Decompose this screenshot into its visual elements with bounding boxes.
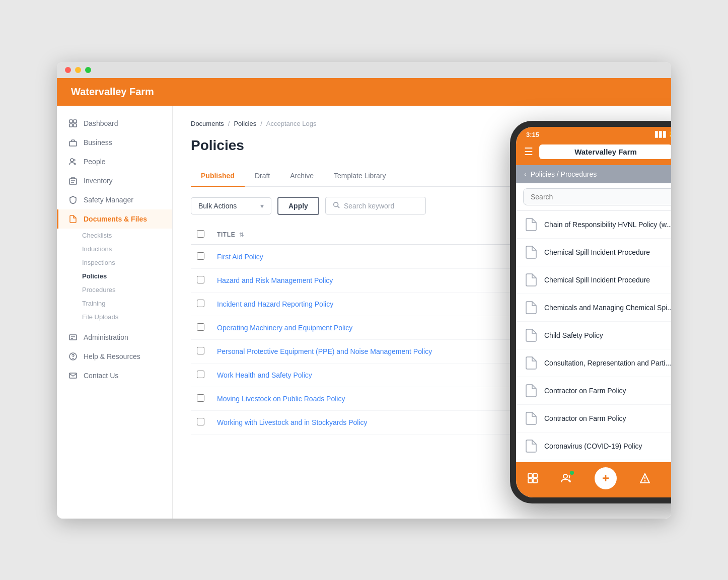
browser-dot-green[interactable] [85,67,91,73]
browser-dot-red[interactable] [65,67,71,73]
sort-icon[interactable]: ⇅ [239,232,244,238]
phone-nav-grid[interactable] [527,473,538,484]
phone-list-text: Contractor on Farm Policy [544,414,626,422]
tab-archive[interactable]: Archive [280,166,324,187]
phone-list-text: Consultation, Representation and Parti..… [544,359,671,367]
search-icon [333,201,340,210]
policy-link-3[interactable]: Operating Machinery and Equipment Policy [217,324,352,332]
phone-nav-alert[interactable] [639,473,650,484]
svg-rect-14 [69,373,77,378]
app-title: Watervalley Farm [71,86,154,98]
policy-checkbox-7[interactable] [197,418,204,425]
policy-checkbox-4[interactable] [197,347,204,354]
sidebar-item-safety[interactable]: Safety Manager [57,190,172,209]
sidebar-sub-fileuploads[interactable]: File Uploads [82,310,172,324]
phone-list-item[interactable]: Contractor on Farm Policy [516,405,671,432]
svg-point-23 [644,480,645,481]
sidebar-item-documents[interactable]: Documents & Files [57,209,172,229]
svg-point-15 [334,202,338,207]
doc-file-icon [524,328,538,342]
policy-link-5[interactable]: Work Health and Safety Policy [217,371,312,379]
sidebar-sub-inspections[interactable]: Inspections [82,256,172,269]
hamburger-icon[interactable]: ☰ [524,146,533,158]
sidebar-sub-procedures[interactable]: Procedures [82,283,172,297]
sidebar-item-people[interactable]: People [57,152,172,171]
phone-list-item[interactable]: Chain of Responsibility HVNL Policy (w..… [516,211,671,239]
sidebar-label-people: People [84,158,106,166]
svg-rect-6 [69,179,77,184]
browser-dot-yellow[interactable] [75,67,81,73]
sidebar-label-inventory: Inventory [84,177,113,185]
phone-list-item[interactable]: Chemical Spill Incident Procedure [516,239,671,266]
phone-status-icons: ▋▋▋ 📶 🔋 [655,131,671,138]
apply-button[interactable]: Apply [277,197,319,215]
svg-rect-1 [74,120,77,123]
phone-list-item[interactable]: Chemicals and Managing Chemical Spi... [516,294,671,322]
phone-app-title: Watervalley Farm [574,148,637,156]
phone-list-item[interactable]: Consultation, Representation and Parti..… [516,349,671,377]
doc-file-icon [524,301,538,315]
svg-rect-18 [533,474,537,478]
signal-icon: ▋▋▋ [655,131,667,138]
breadcrumb-policies[interactable]: Policies [234,120,256,127]
phone-status-bar: 3:15 ▋▋▋ 📶 🔋 [516,127,671,140]
phone-screen: 3:15 ▋▋▋ 📶 🔋 ☰ Watervalley Farm ⚙ [516,127,671,497]
breadcrumb-sep-2: / [260,120,262,127]
policy-checkbox-6[interactable] [197,394,204,402]
svg-point-21 [563,474,567,478]
people-icon [68,157,78,166]
sidebar-sub-inductions[interactable]: Inductions [82,242,172,256]
sidebar-item-contact[interactable]: Contact Us [57,366,172,385]
bulk-actions-select[interactable]: Bulk Actions ▾ [191,197,271,214]
phone-back-icon: ‹ [524,170,527,178]
sidebar-sub-checklists[interactable]: Checklists [82,229,172,242]
svg-point-5 [70,159,74,162]
phone-list-item[interactable]: Coronavirus (COVID-19) Policy [516,432,671,460]
search-box[interactable]: Search keyword [325,197,426,214]
policy-checkbox-0[interactable] [197,252,204,260]
policy-link-2[interactable]: Incident and Hazard Reporting Policy [217,300,333,308]
doc-file-icon [524,411,538,425]
sidebar-item-help[interactable]: Help & Resources [57,347,172,366]
sidebar-item-dashboard[interactable]: Dashboard [57,114,172,133]
sidebar-sub-training[interactable]: Training [82,297,172,310]
select-all-checkbox[interactable] [197,230,204,238]
sidebar-item-administration[interactable]: Administration [57,328,172,347]
sidebar-label-documents: Documents & Files [84,215,147,223]
phone-list-item[interactable]: Contractor on Farm Policy [516,377,671,405]
policy-link-7[interactable]: Working with Livestock and in Stockyards… [217,418,368,426]
breadcrumb-documents[interactable]: Documents [191,120,224,127]
sidebar-item-business[interactable]: Business [57,133,172,152]
policy-checkbox-3[interactable] [197,323,204,331]
phone-nav-people[interactable] [561,473,572,484]
phone-list-text: Chemicals and Managing Chemical Spi... [544,304,671,312]
sidebar-submenu: Checklists Inductions Inspections Polici… [57,229,172,324]
tab-template-library[interactable]: Template Library [324,166,396,187]
phone-bottom-nav: + [516,462,671,497]
svg-line-16 [338,206,340,208]
policy-checkbox-1[interactable] [197,276,204,283]
tab-published[interactable]: Published [191,166,245,187]
policy-link-4[interactable]: Personal Protective Equipment (PPE) and … [217,347,432,355]
sidebar-sub-policies[interactable]: Policies [82,269,172,283]
tab-draft[interactable]: Draft [245,166,280,187]
policy-checkbox-5[interactable] [197,371,204,378]
phone-list-item[interactable]: Chemical Spill Incident Procedure [516,266,671,294]
phone-search-input[interactable] [523,188,671,205]
phone-breadcrumb[interactable]: ‹ Policies / Procedures [516,165,671,183]
policy-link-0[interactable]: First Aid Policy [217,253,263,261]
svg-rect-3 [74,124,77,127]
policy-checkbox-2[interactable] [197,300,204,307]
app-body: Dashboard Business [57,106,671,519]
policy-link-6[interactable]: Moving Livestock on Public Roads Policy [217,395,345,403]
phone-list-text: Contractor on Farm Policy [544,387,626,395]
phone-nav-add[interactable]: + [595,467,617,489]
policy-link-1[interactable]: Hazard and Risk Management Policy [217,276,333,284]
help-icon [68,352,78,361]
sidebar-item-inventory[interactable]: Inventory [57,171,172,190]
phone-list-item[interactable]: Child Safety Policy [516,322,671,349]
phone-list-text: Chain of Responsibility HVNL Policy (w..… [544,221,671,229]
sidebar-label-help: Help & Resources [84,352,140,360]
wifi-icon: 📶 [669,131,671,138]
inventory-icon [68,176,78,185]
